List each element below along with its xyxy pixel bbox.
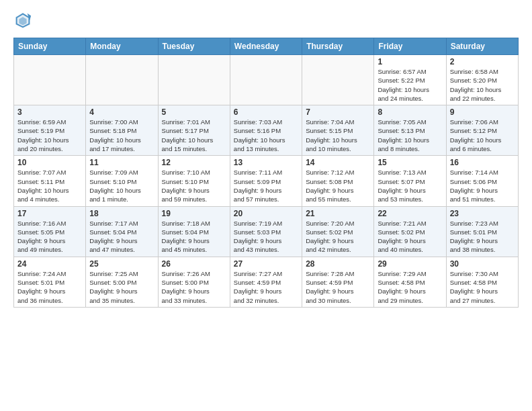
day-info: Sunrise: 6:59 AM Sunset: 5:19 PM Dayligh… [17,118,82,153]
weekday-header-row: SundayMondayTuesdayWednesdayThursdayFrid… [14,38,519,55]
calendar-week-2: 3Sunrise: 6:59 AM Sunset: 5:19 PM Daylig… [14,105,519,156]
day-number: 5 [162,107,226,117]
header [13,11,519,30]
calendar-week-1: 1Sunrise: 6:57 AM Sunset: 5:22 PM Daylig… [14,55,519,105]
day-info: Sunrise: 6:58 AM Sunset: 5:20 PM Dayligh… [450,67,515,103]
day-info: Sunrise: 7:18 AM Sunset: 5:04 PM Dayligh… [162,219,226,255]
calendar-cell: 5Sunrise: 7:01 AM Sunset: 5:17 PM Daylig… [158,105,230,156]
day-number: 26 [162,259,226,269]
day-info: Sunrise: 7:07 AM Sunset: 5:11 PM Dayligh… [17,168,82,203]
day-number: 28 [306,259,370,269]
calendar-cell: 29Sunrise: 7:29 AM Sunset: 4:58 PM Dayli… [374,257,446,307]
calendar-cell: 21Sunrise: 7:20 AM Sunset: 5:02 PM Dayli… [302,206,374,257]
calendar-cell: 9Sunrise: 7:06 AM Sunset: 5:12 PM Daylig… [446,105,518,156]
logo-icon [13,11,32,30]
day-number: 29 [378,259,442,269]
day-info: Sunrise: 7:14 AM Sunset: 5:06 PM Dayligh… [450,168,515,203]
weekday-header-monday: Monday [86,38,158,55]
calendar-cell: 25Sunrise: 7:25 AM Sunset: 5:00 PM Dayli… [86,257,158,307]
calendar-table: SundayMondayTuesdayWednesdayThursdayFrid… [13,38,519,308]
calendar-cell: 17Sunrise: 7:16 AM Sunset: 5:05 PM Dayli… [14,206,86,257]
day-info: Sunrise: 7:01 AM Sunset: 5:17 PM Dayligh… [162,118,226,153]
calendar-cell: 24Sunrise: 7:24 AM Sunset: 5:01 PM Dayli… [14,257,86,307]
day-info: Sunrise: 7:12 AM Sunset: 5:08 PM Dayligh… [306,168,370,203]
calendar-cell: 11Sunrise: 7:09 AM Sunset: 5:10 PM Dayli… [86,156,158,206]
weekday-header-sunday: Sunday [14,38,86,55]
calendar-cell: 28Sunrise: 7:28 AM Sunset: 4:59 PM Dayli… [302,257,374,307]
day-info: Sunrise: 7:30 AM Sunset: 4:58 PM Dayligh… [450,269,515,305]
day-number: 11 [89,158,154,167]
weekday-header-wednesday: Wednesday [230,38,302,55]
day-info: Sunrise: 7:25 AM Sunset: 5:00 PM Dayligh… [89,269,154,305]
day-number: 21 [306,209,370,218]
day-number: 24 [17,259,82,269]
calendar-cell: 26Sunrise: 7:26 AM Sunset: 5:00 PM Dayli… [158,257,230,307]
calendar-week-5: 24Sunrise: 7:24 AM Sunset: 5:01 PM Dayli… [14,257,519,307]
day-number: 17 [17,209,82,218]
day-info: Sunrise: 7:28 AM Sunset: 4:59 PM Dayligh… [306,269,370,305]
calendar-cell: 23Sunrise: 7:23 AM Sunset: 5:01 PM Dayli… [446,206,518,257]
day-info: Sunrise: 7:26 AM Sunset: 5:00 PM Dayligh… [162,269,226,305]
day-info: Sunrise: 7:19 AM Sunset: 5:03 PM Dayligh… [234,219,298,255]
calendar-week-3: 10Sunrise: 7:07 AM Sunset: 5:11 PM Dayli… [14,156,519,206]
day-info: Sunrise: 7:13 AM Sunset: 5:07 PM Dayligh… [378,168,442,203]
day-info: Sunrise: 7:23 AM Sunset: 5:01 PM Dayligh… [450,219,515,255]
calendar-cell: 19Sunrise: 7:18 AM Sunset: 5:04 PM Dayli… [158,206,230,257]
day-number: 30 [450,259,515,269]
day-number: 7 [306,107,370,117]
weekday-header-friday: Friday [374,38,446,55]
day-info: Sunrise: 7:09 AM Sunset: 5:10 PM Dayligh… [89,168,154,203]
day-info: Sunrise: 7:10 AM Sunset: 5:10 PM Dayligh… [162,168,226,203]
day-info: Sunrise: 7:05 AM Sunset: 5:13 PM Dayligh… [378,118,442,153]
calendar-cell: 8Sunrise: 7:05 AM Sunset: 5:13 PM Daylig… [374,105,446,156]
calendar-cell [14,55,86,105]
day-number: 13 [234,158,298,167]
calendar-cell: 16Sunrise: 7:14 AM Sunset: 5:06 PM Dayli… [446,156,518,206]
day-number: 14 [306,158,370,167]
day-number: 19 [162,209,226,218]
calendar-cell: 6Sunrise: 7:03 AM Sunset: 5:16 PM Daylig… [230,105,302,156]
day-info: Sunrise: 7:17 AM Sunset: 5:04 PM Dayligh… [89,219,154,255]
day-info: Sunrise: 7:20 AM Sunset: 5:02 PM Dayligh… [306,219,370,255]
day-number: 8 [378,107,442,117]
day-number: 4 [89,107,154,117]
day-number: 25 [89,259,154,269]
calendar-cell: 22Sunrise: 7:21 AM Sunset: 5:02 PM Dayli… [374,206,446,257]
day-info: Sunrise: 7:21 AM Sunset: 5:02 PM Dayligh… [378,219,442,255]
day-number: 22 [378,209,442,218]
calendar-cell: 27Sunrise: 7:27 AM Sunset: 4:59 PM Dayli… [230,257,302,307]
day-number: 23 [450,209,515,218]
day-number: 27 [234,259,298,269]
day-info: Sunrise: 7:11 AM Sunset: 5:09 PM Dayligh… [234,168,298,203]
calendar-cell: 18Sunrise: 7:17 AM Sunset: 5:04 PM Dayli… [86,206,158,257]
day-info: Sunrise: 7:29 AM Sunset: 4:58 PM Dayligh… [378,269,442,305]
calendar-cell [158,55,230,105]
calendar-cell: 13Sunrise: 7:11 AM Sunset: 5:09 PM Dayli… [230,156,302,206]
calendar-cell: 12Sunrise: 7:10 AM Sunset: 5:10 PM Dayli… [158,156,230,206]
day-number: 20 [234,209,298,218]
calendar-week-4: 17Sunrise: 7:16 AM Sunset: 5:05 PM Dayli… [14,206,519,257]
calendar-cell: 3Sunrise: 6:59 AM Sunset: 5:19 PM Daylig… [14,105,86,156]
calendar-cell: 2Sunrise: 6:58 AM Sunset: 5:20 PM Daylig… [446,55,518,105]
day-number: 16 [450,158,515,167]
day-info: Sunrise: 7:03 AM Sunset: 5:16 PM Dayligh… [234,118,298,153]
day-info: Sunrise: 6:57 AM Sunset: 5:22 PM Dayligh… [378,67,442,103]
logo [13,11,35,30]
calendar-cell [230,55,302,105]
day-number: 6 [234,107,298,117]
weekday-header-tuesday: Tuesday [158,38,230,55]
calendar-cell: 30Sunrise: 7:30 AM Sunset: 4:58 PM Dayli… [446,257,518,307]
day-info: Sunrise: 7:27 AM Sunset: 4:59 PM Dayligh… [234,269,298,305]
weekday-header-saturday: Saturday [446,38,518,55]
weekday-header-thursday: Thursday [302,38,374,55]
day-info: Sunrise: 7:16 AM Sunset: 5:05 PM Dayligh… [17,219,82,255]
day-number: 1 [378,57,442,66]
day-number: 15 [378,158,442,167]
day-number: 10 [17,158,82,167]
calendar-cell [302,55,374,105]
page: SundayMondayTuesdayWednesdayThursdayFrid… [0,0,532,314]
day-info: Sunrise: 7:06 AM Sunset: 5:12 PM Dayligh… [450,118,515,153]
day-info: Sunrise: 7:04 AM Sunset: 5:15 PM Dayligh… [306,118,370,153]
calendar-cell: 1Sunrise: 6:57 AM Sunset: 5:22 PM Daylig… [374,55,446,105]
calendar-cell: 14Sunrise: 7:12 AM Sunset: 5:08 PM Dayli… [302,156,374,206]
